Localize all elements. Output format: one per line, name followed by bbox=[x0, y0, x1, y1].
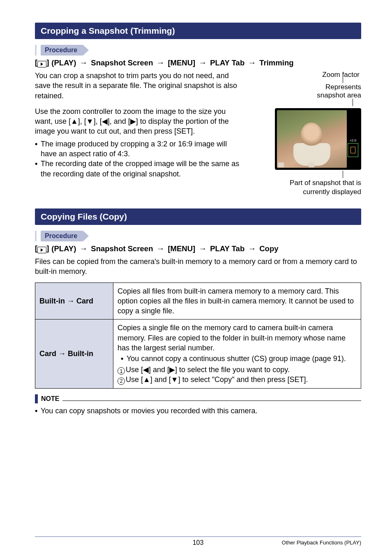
breadcrumb-step: PLAY Tab bbox=[210, 58, 244, 67]
breadcrumb-step: [MENU] bbox=[168, 58, 195, 67]
breadcrumb-1: [] (PLAY) → Snapshot Screen → [MENU] → P… bbox=[35, 58, 361, 67]
copy-table: Built-in → Card Copies all files from bu… bbox=[35, 282, 361, 389]
represents-pointer bbox=[353, 99, 353, 106]
minimap-outer bbox=[348, 143, 358, 157]
row-label: Card → Built-in bbox=[35, 320, 113, 388]
breadcrumb-arrow: → bbox=[198, 244, 207, 253]
note-label: NOTE bbox=[41, 395, 59, 403]
thumbnail-preview: ×2.0 bbox=[275, 108, 361, 170]
section1-header: Cropping a Snapshot (Trimming) bbox=[35, 23, 361, 39]
breadcrumb-arrow: → bbox=[156, 244, 164, 253]
section1-para1: You can crop a snapshot to trim parts yo… bbox=[35, 71, 242, 101]
breadcrumb-step: Trimming bbox=[259, 58, 293, 67]
represents-label-1: Represents bbox=[325, 83, 361, 91]
row-label-left: Card bbox=[39, 350, 56, 358]
breadcrumb-play-prefix: [] bbox=[35, 58, 49, 67]
procedure-accent-bar bbox=[35, 231, 39, 241]
note-list: You can copy snapshots or movies you rec… bbox=[35, 406, 361, 416]
row-desc: Copies all files from built-in camera me… bbox=[113, 282, 361, 320]
row-label: Built-in → Card bbox=[35, 282, 113, 320]
part-pointer bbox=[343, 171, 343, 178]
minimap-zoom-text: ×2.0 bbox=[350, 139, 356, 142]
breadcrumb-step: Copy bbox=[259, 244, 278, 253]
row-label-arrow: → bbox=[67, 297, 76, 305]
circled-2-icon: 2 bbox=[118, 377, 125, 385]
section2-para1: Files can be copied from the camera's bu… bbox=[35, 257, 361, 277]
procedure-label: Procedure bbox=[41, 45, 83, 56]
circled-1-icon: 1 bbox=[118, 367, 125, 375]
breadcrumb-step: PLAY Tab bbox=[210, 244, 244, 253]
page-number: 103 bbox=[35, 539, 361, 546]
section1-bullets: The image produced by cropping a 3:2 or … bbox=[35, 139, 242, 179]
part-label-2: currently displayed bbox=[303, 188, 361, 196]
row2-intro: Copies a single file on the memory card … bbox=[118, 324, 346, 352]
minimap-inner bbox=[350, 147, 355, 153]
breadcrumb-step: Snapshot Screen bbox=[91, 58, 153, 67]
note-rule bbox=[62, 401, 361, 401]
thumbnail-minimap: ×2.0 bbox=[347, 139, 359, 167]
breadcrumb-play-prefix: [] bbox=[35, 244, 49, 253]
row2-step1: 1Use [◀] and [▶] to select the file you … bbox=[118, 365, 357, 375]
section1-para2: Use the zoom controller to zoom the imag… bbox=[35, 107, 242, 137]
part-label-1: Part of snapshot that is bbox=[290, 179, 361, 187]
section1-bullet: The recording date of the cropped image … bbox=[35, 159, 242, 179]
section1-right: Zoom factor Represents snapshot area ×2.… bbox=[250, 71, 361, 196]
breadcrumb-arrow: → bbox=[79, 58, 88, 67]
procedure-accent-bar bbox=[35, 45, 39, 56]
note-heading: NOTE bbox=[35, 394, 361, 403]
breadcrumb-2: [] (PLAY) → Snapshot Screen → [MENU] → P… bbox=[35, 244, 361, 253]
procedure-label: Procedure bbox=[41, 231, 83, 241]
note-accent-bar bbox=[35, 394, 38, 403]
row-label-right: Card bbox=[76, 297, 93, 305]
procedure-pill: Procedure bbox=[41, 45, 89, 56]
page-footer: 103 Other Playback Functions (PLAY) bbox=[35, 536, 361, 546]
breadcrumb-arrow: → bbox=[198, 58, 207, 67]
zoom-pointer bbox=[343, 76, 343, 83]
breadcrumb-arrow: → bbox=[79, 244, 88, 253]
section1-bullet: The image produced by cropping a 3:2 or … bbox=[35, 139, 242, 159]
row2-step2-text: Use [▲] and [▼] to select "Copy" and the… bbox=[126, 375, 308, 384]
section1-left: You can crop a snapshot to trim parts yo… bbox=[35, 71, 242, 196]
breadcrumb-step: [MENU] bbox=[168, 244, 195, 253]
thumb-icon bbox=[278, 162, 284, 167]
procedure-pill-arrow bbox=[83, 231, 89, 241]
section2-header: Copying Files (Copy) bbox=[35, 208, 361, 225]
row-desc: Copies a single file on the memory card … bbox=[113, 320, 361, 388]
thumb-icon bbox=[309, 162, 314, 167]
table-row: Card → Built-in Copies a single file on … bbox=[35, 320, 361, 388]
procedure-row-2: Procedure bbox=[35, 231, 361, 241]
zoom-label: Zoom factor bbox=[322, 71, 361, 79]
note-item: You can copy snapshots or movies you rec… bbox=[35, 406, 361, 416]
row2-step1-text: Use [◀] and [▶] to select the file you w… bbox=[126, 366, 290, 374]
procedure-pill-arrow bbox=[83, 45, 89, 56]
section1-two-col: You can crop a snapshot to trim parts yo… bbox=[35, 71, 361, 196]
procedure-row-1: Procedure bbox=[35, 45, 361, 56]
row2-bullet: You cannot copy a continuous shutter (CS… bbox=[121, 354, 357, 364]
table-row: Built-in → Card Copies all files from bu… bbox=[35, 282, 361, 320]
represents-label-2: snapshot area bbox=[317, 91, 361, 100]
breadcrumb-step: Snapshot Screen bbox=[91, 244, 153, 253]
breadcrumb-arrow: → bbox=[156, 58, 164, 67]
procedure-pill: Procedure bbox=[41, 231, 89, 241]
play-icon bbox=[37, 61, 46, 67]
row-label-left: Built-in bbox=[39, 297, 65, 305]
breadcrumb-arrow: → bbox=[248, 244, 256, 253]
breadcrumb-step: (PLAY) bbox=[51, 244, 76, 253]
row-label-right: Built-in bbox=[68, 350, 93, 358]
row-label-arrow: → bbox=[58, 350, 68, 358]
thumbnail-image bbox=[277, 110, 347, 168]
breadcrumb-arrow: → bbox=[248, 58, 256, 67]
row2-bullets: You cannot copy a continuous shutter (CS… bbox=[121, 354, 357, 364]
row2-step2: 2Use [▲] and [▼] to select "Copy" and th… bbox=[118, 375, 357, 385]
thumbnail-bottom-icons bbox=[278, 162, 314, 167]
play-icon bbox=[37, 247, 46, 253]
breadcrumb-step: (PLAY) bbox=[51, 58, 76, 67]
